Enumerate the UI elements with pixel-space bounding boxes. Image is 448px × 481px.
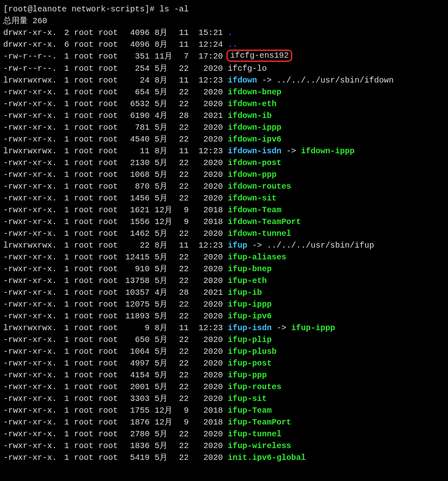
permissions: -rwxr-xr-x. (3, 406, 57, 415)
link-count: 1 (62, 228, 69, 239)
link-count: 1 (62, 98, 69, 110)
link-count: 1 (62, 157, 69, 169)
group: root (98, 323, 118, 333)
owner: root (74, 158, 94, 168)
link-count: 1 (62, 405, 69, 416)
list-row: -rwxr-xr-x. 1 root root 4540 5月22 2020 i… (3, 133, 445, 145)
permissions: -rwxr-xr-x. (3, 429, 57, 439)
permissions: -rwxr-xr-x. (3, 229, 57, 238)
time: 2020 (194, 98, 223, 110)
list-row: -rwxr-xr-x. 1 root root 2001 5月22 2020 i… (3, 381, 445, 393)
shell-prompt-line: [root@leanote network-scripts]# ls -al (3, 3, 445, 15)
list-row: -rwxr-xr-x. 1 root root 1876 12月9 2018 i… (3, 416, 445, 428)
symlink-target: ../../../usr/sbin/ifdown (276, 76, 394, 85)
symlink-target: ifup-ippp (291, 323, 335, 333)
time: 2020 (194, 369, 223, 381)
group: root (98, 394, 118, 403)
owner: root (74, 146, 94, 156)
link-count: 1 (62, 322, 69, 334)
day: 22 (174, 98, 189, 110)
link-count: 1 (62, 86, 69, 98)
list-row: -rwxr-xr-x. 1 root root 781 5月22 2020 if… (3, 122, 445, 133)
group: root (98, 418, 118, 427)
filename: ifdown-ppp (228, 170, 276, 179)
link-count: 1 (62, 416, 69, 428)
month: 5月 (154, 133, 174, 145)
group: root (98, 311, 118, 321)
filename: ifdown-ippp (228, 123, 281, 132)
size: 6532 (123, 98, 150, 110)
size: 6190 (123, 110, 150, 122)
group: root (98, 52, 118, 61)
prompt-cwd: network-scripts (72, 4, 145, 14)
month: 5月 (154, 122, 174, 133)
permissions: -rwxr-xr-x. (3, 441, 57, 451)
group: root (98, 359, 118, 368)
permissions: -rwxr-xr-x. (3, 453, 57, 462)
day: 22 (174, 181, 189, 192)
time: 12:23 (194, 239, 223, 251)
day: 22 (174, 393, 189, 405)
month: 12月 (154, 204, 174, 216)
filename: ifdown-eth (228, 99, 276, 109)
link-count: 1 (62, 204, 69, 216)
owner: root (74, 135, 94, 144)
size: 1462 (123, 228, 150, 239)
size: 4096 (123, 27, 150, 39)
month: 5月 (154, 452, 174, 464)
filename: ifdown-routes (228, 182, 291, 191)
owner: root (74, 87, 94, 97)
time: 2020 (194, 192, 223, 204)
month: 5月 (154, 381, 174, 393)
group: root (98, 347, 118, 356)
filename: ifup-eth (228, 276, 267, 285)
size: 2780 (123, 428, 150, 440)
filename: ifdown-Team (228, 205, 281, 215)
list-row: -rwxr-xr-x. 1 root root 2130 5月22 2020 i… (3, 157, 445, 169)
size: 13758 (123, 275, 150, 287)
day: 9 (174, 204, 189, 216)
filename: ifup-TeamPort (228, 418, 291, 427)
group: root (98, 146, 118, 156)
list-row: -rwxr-xr-x. 1 root root 5419 5月22 2020 i… (3, 452, 445, 464)
time: 2020 (194, 263, 223, 275)
link-count: 1 (62, 74, 69, 86)
day: 11 (174, 145, 189, 157)
time: 2020 (194, 393, 223, 405)
permissions: -rw-r--r--. (3, 64, 57, 73)
permissions: lrwxrwxrwx. (3, 76, 57, 85)
group: root (98, 300, 118, 309)
month: 5月 (154, 357, 174, 369)
owner: root (74, 418, 94, 427)
month: 4月 (154, 287, 174, 298)
owner: root (74, 229, 94, 238)
permissions: -rwxr-xr-x. (3, 87, 57, 97)
owner: root (74, 217, 94, 226)
month: 12月 (154, 216, 174, 228)
group: root (98, 264, 118, 274)
time: 2020 (194, 251, 223, 263)
permissions: -rwxr-xr-x. (3, 359, 57, 368)
group: root (98, 158, 118, 168)
month: 5月 (154, 369, 174, 381)
filename: ifup-ppp (228, 370, 267, 380)
group: root (98, 276, 118, 285)
list-row: -rwxr-xr-x. 1 root root 10357 4月28 2021 … (3, 287, 445, 298)
permissions: lrwxrwxrwx. (3, 323, 57, 333)
month: 8月 (154, 322, 174, 334)
owner: root (74, 252, 94, 262)
size: 11893 (123, 310, 150, 322)
link-count: 1 (62, 357, 69, 369)
permissions: -rwxr-xr-x. (3, 217, 57, 226)
size: 5419 (123, 452, 150, 464)
permissions: -rwxr-xr-x. (3, 205, 57, 215)
link-count: 1 (62, 440, 69, 452)
filename: ifup-routes (228, 382, 281, 392)
time: 12:23 (194, 145, 223, 157)
group: root (98, 370, 118, 380)
link-count: 1 (62, 50, 69, 62)
time: 2020 (194, 440, 223, 452)
list-row: -rwxr-xr-x. 1 root root 6532 5月22 2020 i… (3, 98, 445, 110)
owner: root (74, 335, 94, 344)
time: 2021 (194, 287, 223, 298)
